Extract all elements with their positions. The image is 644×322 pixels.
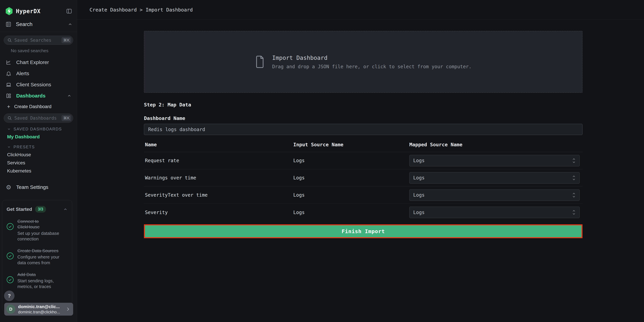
sidebar-item-my-dashboard[interactable]: My Dashboard (7, 133, 74, 141)
section-presets[interactable]: PRESETS (7, 143, 74, 151)
dashboard-name-label: Dashboard Name (144, 116, 582, 121)
section-label: SAVED DASHBOARDS (14, 127, 62, 132)
saved-dashboards-search[interactable]: ⌘K (4, 114, 73, 123)
chevron-right-icon (66, 307, 70, 312)
create-dashboard-button[interactable]: + Create Dashboard (4, 101, 74, 112)
avatar: D (6, 304, 15, 314)
get-started-item-sources[interactable]: Create Data Sources Configure where your… (6, 248, 68, 266)
user-name: dominic.tran@clic... (18, 304, 66, 309)
finish-import-button[interactable]: Finish Import (144, 224, 582, 238)
get-started-item-title: Create Data Sources (18, 248, 61, 254)
shortcut-badge: ⌘K (62, 115, 71, 121)
chevron-up-icon (68, 22, 72, 27)
sidebar-item-chart-explorer[interactable]: Chart Explorer (4, 57, 74, 68)
import-dropzone[interactable]: Import Dashboard Drag and drop a JSON fi… (144, 31, 582, 93)
select-value: Logs (413, 158, 572, 163)
sidebar-item-team-settings[interactable]: ⚙ Team Settings (4, 182, 74, 192)
help-button[interactable]: ? (4, 290, 14, 301)
topbar: Create Dashboard > Import Dashboard (77, 0, 644, 20)
collapse-sidebar-button[interactable] (66, 8, 72, 14)
sidebar-item-alerts[interactable]: Alerts (4, 68, 74, 79)
sidebar-item-label: Chart Explorer (16, 60, 49, 65)
laptop-icon (6, 82, 12, 88)
select-value: Logs (413, 192, 572, 198)
sidebar-header: HyperDX (0, 0, 77, 16)
select-value: Logs (413, 210, 572, 215)
select-chevrons-icon (572, 158, 576, 164)
column-header-input-source: Input Source Name (293, 142, 409, 148)
team-settings-label: Team Settings (16, 184, 48, 190)
row-input-source: Logs (293, 192, 409, 198)
row-name: Severity (145, 210, 293, 215)
saved-searches-search[interactable]: ⌘K (4, 36, 73, 45)
user-email: dominic.tran@clickho... (18, 310, 66, 314)
row-input-source: Logs (293, 158, 409, 163)
table-row: Severity Logs Logs (144, 204, 582, 221)
mapped-source-select[interactable]: Logs (409, 206, 580, 218)
sidebar-item-preset-clickhouse[interactable]: ClickHouse (7, 151, 74, 159)
dashboard-name-input[interactable] (144, 124, 582, 135)
dropzone-subtitle: Drag and drop a JSON file here, or click… (272, 64, 472, 70)
sidebar-item-dashboards[interactable]: Dashboards (4, 90, 74, 101)
plus-icon: + (6, 104, 11, 110)
no-saved-searches-text: No saved searches (11, 48, 74, 54)
chevron-up-icon (67, 94, 72, 98)
breadcrumb[interactable]: Create Dashboard > Import Dashboard (90, 7, 193, 13)
main-area: Create Dashboard > Import Dashboard Impo… (77, 0, 644, 322)
search-section-label: Search (16, 21, 32, 27)
finish-import-label: Finish Import (342, 228, 385, 234)
select-chevrons-icon (572, 210, 576, 215)
get-started-item-desc: Configure where your data comes from (18, 254, 61, 266)
sidebar-item-preset-services[interactable]: Services (7, 159, 74, 167)
get-started-item-title: Connect to ClickHouse (18, 218, 61, 230)
search-section-icon (6, 21, 12, 27)
mapped-source-select[interactable]: Logs (409, 155, 580, 166)
file-icon (255, 56, 265, 68)
brand-title: HyperDX (16, 8, 40, 14)
check-circle-icon (6, 252, 14, 260)
search-icon (7, 116, 12, 120)
section-saved-dashboards[interactable]: SAVED DASHBOARDS (7, 125, 74, 133)
section-label: PRESETS (14, 144, 35, 149)
sidebar-item-label: Alerts (16, 70, 29, 76)
panel-toggle-icon (66, 8, 72, 14)
chevron-down-icon (7, 127, 11, 131)
sidebar-item-label: Client Sessions (16, 82, 51, 88)
check-circle-icon (6, 276, 14, 283)
user-account-button[interactable]: D dominic.tran@clic... dominic.tran@clic… (4, 303, 73, 316)
preset-label: Kubernetes (7, 168, 31, 174)
dropzone-title: Import Dashboard (272, 54, 472, 61)
preset-label: Services (7, 160, 25, 166)
table-row: SeverityText over time Logs Logs (144, 186, 582, 204)
search-icon (7, 38, 12, 42)
row-name: Request rate (145, 158, 293, 163)
row-input-source: Logs (293, 175, 409, 180)
get-started-header[interactable]: Get Started 3/3 (6, 206, 68, 212)
get-started-item-desc: Set up your database connection (18, 230, 61, 242)
sidebar-item-client-sessions[interactable]: Client Sessions (4, 79, 74, 90)
sidebar-item-preset-kubernetes[interactable]: Kubernetes (7, 167, 74, 175)
get-started-item-connect[interactable]: Connect to ClickHouse Set up your databa… (6, 218, 68, 242)
mapping-table: Name Input Source Name Mapped Source Nam… (144, 138, 582, 221)
chevron-down-icon (7, 145, 11, 149)
table-header-row: Name Input Source Name Mapped Source Nam… (144, 138, 582, 152)
table-row: Warnings over time Logs Logs (144, 169, 582, 186)
chevron-up-icon (63, 207, 68, 212)
saved-searches-input[interactable] (14, 38, 62, 43)
select-chevrons-icon (572, 175, 576, 181)
check-circle-icon (6, 223, 14, 230)
bell-icon (6, 70, 12, 76)
mapped-source-select[interactable]: Logs (409, 190, 580, 201)
mapped-source-select[interactable]: Logs (409, 172, 580, 184)
row-name: SeverityText over time (145, 192, 293, 198)
saved-dashboards-input[interactable] (14, 116, 62, 120)
sidebar-section-search[interactable]: Search (0, 21, 77, 32)
sidebar-item-label: Dashboards (16, 93, 46, 99)
select-value: Logs (413, 175, 572, 180)
my-dashboard-label: My Dashboard (7, 134, 40, 140)
get-started-item-add-data[interactable]: Add Data Start sending logs, metrics, or… (6, 272, 68, 290)
column-header-mapped-source: Mapped Source Name (409, 142, 584, 148)
sidebar: HyperDX Search ⌘K No saved searches (0, 0, 77, 322)
create-dashboard-label: Create Dashboard (14, 104, 52, 109)
row-input-source: Logs (293, 210, 409, 215)
